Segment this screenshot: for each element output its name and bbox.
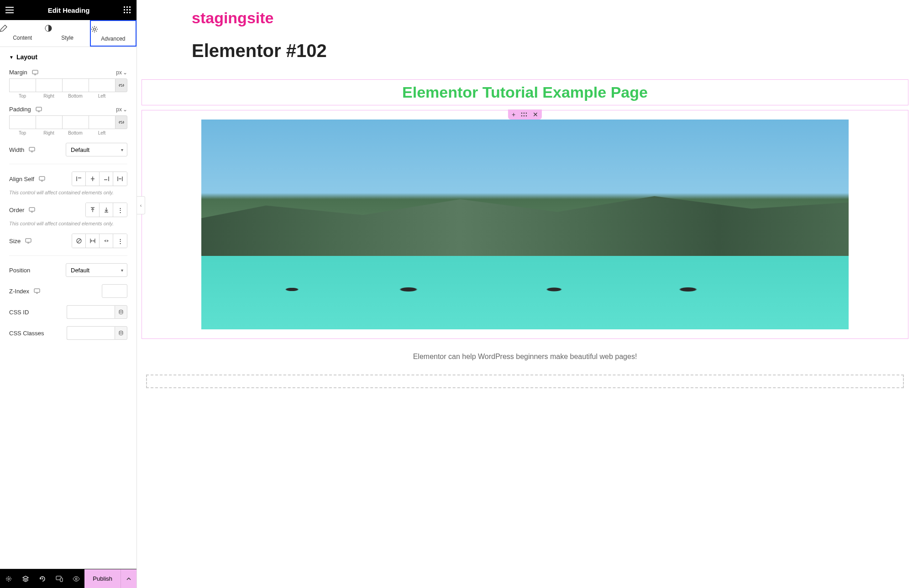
preview-icon[interactable] — [68, 569, 84, 588]
css-classes-dynamic-button[interactable] — [115, 326, 127, 340]
size-more-button[interactable]: ⋮ — [113, 234, 127, 248]
css-id-label: CSS ID — [9, 309, 67, 316]
tab-content[interactable]: Content — [0, 20, 45, 47]
align-start-button[interactable] — [72, 172, 86, 186]
svg-point-28 — [521, 115, 522, 116]
padding-right-input[interactable] — [36, 115, 62, 129]
device-icon[interactable] — [39, 176, 45, 182]
delete-section-icon[interactable]: ✕ — [533, 111, 538, 118]
zindex-input[interactable] — [102, 284, 127, 298]
drag-section-icon[interactable] — [521, 112, 527, 117]
size-label: Size — [9, 238, 72, 245]
image-caption[interactable]: Elementor can help WordPress beginners m… — [137, 343, 913, 370]
size-grow-button[interactable] — [86, 234, 100, 248]
device-icon[interactable] — [34, 288, 40, 294]
order-start-button[interactable] — [86, 203, 100, 217]
padding-bottom-input[interactable] — [62, 115, 89, 129]
svg-point-25 — [521, 113, 522, 114]
page-title: Elementor #102 — [192, 41, 639, 61]
device-icon[interactable] — [29, 147, 35, 152]
navigator-icon[interactable] — [17, 569, 34, 588]
svg-rect-13 — [29, 147, 35, 151]
svg-point-29 — [524, 115, 525, 116]
svg-rect-18 — [34, 289, 40, 292]
svg-point-26 — [524, 113, 525, 114]
history-icon[interactable] — [34, 569, 51, 588]
svg-point-30 — [526, 115, 527, 116]
margin-top-input[interactable] — [9, 78, 36, 92]
margin-unit-select[interactable]: px ⌄ — [116, 69, 127, 76]
svg-rect-4 — [126, 9, 128, 10]
css-id-dynamic-button[interactable] — [115, 305, 127, 319]
svg-point-20 — [119, 331, 123, 333]
hero-image[interactable] — [201, 120, 849, 329]
width-label: Width — [9, 146, 66, 153]
menu-icon[interactable] — [5, 7, 14, 13]
svg-rect-0 — [124, 6, 125, 8]
device-icon[interactable] — [29, 207, 35, 213]
padding-label: Padding — [9, 106, 42, 113]
svg-rect-3 — [124, 9, 125, 10]
device-icon[interactable] — [32, 70, 38, 75]
add-section-icon[interactable]: + — [512, 111, 515, 118]
caret-down-icon: ▼ — [9, 55, 14, 60]
margin-left-input[interactable] — [89, 78, 115, 92]
site-title[interactable]: stagingsite — [192, 9, 639, 27]
responsive-icon[interactable] — [51, 569, 68, 588]
svg-rect-1 — [126, 6, 128, 8]
margin-link-toggle[interactable] — [115, 78, 127, 92]
svg-rect-6 — [124, 12, 125, 13]
svg-point-19 — [119, 310, 123, 312]
panel-collapse-handle[interactable]: ‹ — [137, 196, 145, 214]
panel-header: Edit Heading — [0, 0, 136, 20]
align-stretch-button[interactable] — [113, 172, 127, 186]
padding-left-input[interactable] — [89, 115, 115, 129]
style-icon — [45, 25, 89, 33]
svg-point-24 — [75, 578, 77, 580]
css-classes-input[interactable] — [67, 326, 115, 340]
svg-rect-2 — [129, 6, 131, 8]
image-section[interactable]: + ✕ — [142, 110, 908, 339]
device-icon[interactable] — [25, 238, 31, 244]
svg-rect-11 — [32, 70, 38, 74]
size-shrink-button[interactable] — [100, 234, 113, 248]
margin-right-input[interactable] — [36, 78, 62, 92]
order-more-button[interactable]: ⋮ — [113, 203, 127, 217]
margin-bottom-input[interactable] — [62, 78, 89, 92]
device-icon[interactable] — [36, 107, 42, 112]
padding-top-input[interactable] — [9, 115, 36, 129]
zindex-label: Z-Index — [9, 288, 102, 295]
svg-rect-7 — [126, 12, 128, 13]
tab-style[interactable]: Style — [45, 20, 89, 47]
heading-section[interactable]: Elementor Tutorial Example Page — [142, 79, 908, 105]
align-end-button[interactable] — [100, 172, 113, 186]
position-select[interactable]: Default — [66, 263, 127, 277]
svg-rect-12 — [36, 107, 42, 111]
size-none-button[interactable] — [72, 234, 86, 248]
publish-button[interactable]: Publish — [84, 569, 136, 588]
padding-link-toggle[interactable] — [115, 115, 127, 129]
svg-rect-23 — [60, 578, 63, 582]
align-self-group — [72, 172, 127, 186]
widgets-grid-icon[interactable] — [124, 6, 131, 14]
tab-advanced[interactable]: Advanced — [90, 20, 136, 47]
padding-unit-select[interactable]: px ⌄ — [116, 106, 127, 113]
settings-icon[interactable] — [0, 569, 17, 588]
align-center-button[interactable] — [86, 172, 100, 186]
layout-section-toggle[interactable]: ▼ Layout — [0, 47, 136, 65]
pencil-icon — [0, 25, 45, 33]
css-id-input[interactable] — [67, 305, 115, 319]
position-label: Position — [9, 267, 66, 274]
svg-rect-14 — [39, 177, 45, 180]
width-select[interactable]: Default — [66, 143, 127, 156]
publish-options-button[interactable] — [121, 569, 136, 588]
order-end-button[interactable] — [100, 203, 113, 217]
svg-point-21 — [8, 578, 10, 580]
tutorial-heading[interactable]: Elementor Tutorial Example Page — [142, 80, 908, 105]
empty-section-placeholder[interactable] — [146, 375, 904, 388]
order-group: ⋮ — [85, 203, 127, 217]
svg-rect-16 — [26, 239, 31, 242]
svg-point-27 — [526, 113, 527, 114]
gear-icon — [91, 26, 136, 34]
align-self-label: Align Self — [9, 176, 72, 182]
